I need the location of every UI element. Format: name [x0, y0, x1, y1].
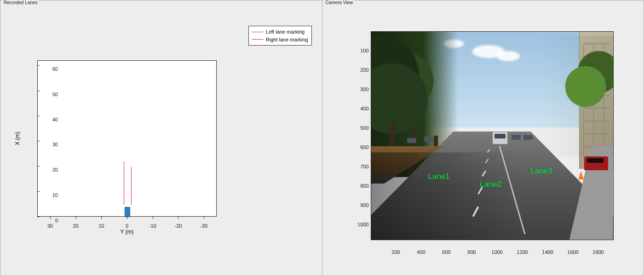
- cam-x-tick-label: 1600: [567, 249, 578, 255]
- x-tick-label: 10: [98, 223, 104, 229]
- cam-y-tick-label: 600: [352, 144, 369, 150]
- cam-x-tick-label: 400: [417, 249, 425, 255]
- legend-swatch-icon: [252, 32, 264, 32]
- y-tick-label: 50: [44, 92, 58, 99]
- legend-label-left: Left lane marking: [266, 28, 305, 36]
- distant-vehicle: [512, 135, 521, 140]
- cam-y-tick-label: 800: [352, 183, 369, 189]
- lane-overlay-label: Lane2: [480, 180, 501, 189]
- cam-y-tick-label: 500: [352, 125, 369, 131]
- cam-x-tick-label: 800: [467, 249, 476, 255]
- legend-item-left: Left lane marking: [252, 28, 308, 36]
- camera-image[interactable]: Lane1Lane2Lane3: [371, 31, 614, 240]
- lane-overlay-label: Lane1: [428, 172, 450, 181]
- x-axis-label: Y (m): [120, 229, 133, 235]
- cam-y-tick-label: 400: [352, 106, 369, 111]
- camera-axes: Lane1Lane2Lane3 100200300400500600700800…: [336, 26, 620, 256]
- y-axis-label: X (m): [14, 132, 21, 145]
- chart-legend: Left lane marking Right lane marking: [248, 26, 312, 46]
- y-tick-label: 20: [44, 167, 58, 174]
- distant-vehicle: [523, 135, 533, 140]
- legend-item-right: Right lane marking: [252, 36, 308, 44]
- lane-overlay-label: Lane3: [530, 167, 552, 176]
- trees-right: [540, 36, 613, 156]
- camera-view-panel: Camera View: [322, 0, 644, 276]
- cam-x-tick-label: 1200: [517, 249, 528, 255]
- ego-vehicle-icon: [125, 207, 130, 217]
- cam-y-tick-label: 1000: [352, 222, 369, 227]
- vehicle-ahead: [492, 132, 508, 144]
- cam-y-tick-label: 700: [352, 164, 369, 169]
- camera-view-title: Camera View: [324, 0, 355, 5]
- cam-y-tick-label: 100: [352, 48, 369, 53]
- cam-y-tick-label: 900: [352, 202, 369, 208]
- cam-x-tick-label: 600: [442, 249, 450, 255]
- cam-y-tick-label: 200: [352, 67, 369, 73]
- legend-swatch-icon: [252, 39, 264, 40]
- y-tick-label: 10: [44, 192, 58, 200]
- cam-y-tick-label: 300: [352, 86, 369, 92]
- recorded-lanes-title: Recorded Lanes: [2, 0, 39, 5]
- parked-red-car: [584, 156, 608, 170]
- lane-marking-line: [124, 161, 124, 204]
- recorded-lanes-panel: Recorded Lanes Left lane marking Right l…: [0, 0, 322, 276]
- x-tick-label: -30: [200, 223, 207, 229]
- cam-x-tick-label: 1400: [542, 249, 553, 255]
- x-tick-label: -10: [149, 223, 156, 229]
- cam-x-tick-label: 1800: [592, 249, 604, 255]
- parked-vehicle: [424, 137, 433, 142]
- x-tick-label: 30: [47, 223, 53, 229]
- parked-vehicle: [407, 138, 416, 143]
- lane-marking-line: [131, 167, 132, 204]
- lanes-chart: X (m) Y (m) 01020304050603020100-10-20-3…: [19, 56, 221, 221]
- plot-area[interactable]: [37, 60, 217, 217]
- x-tick-label: 20: [73, 223, 78, 229]
- x-tick-label: 0: [126, 223, 128, 229]
- x-tick-label: -20: [174, 223, 182, 229]
- traffic-cone-icon: [578, 171, 584, 179]
- legend-label-right: Right lane marking: [266, 36, 308, 44]
- tree-shadow: [371, 152, 517, 240]
- cam-x-tick-label: 1000: [491, 249, 502, 255]
- y-tick-label: 30: [44, 142, 58, 149]
- cam-x-tick-label: 200: [391, 249, 400, 255]
- y-tick-label: 40: [44, 117, 58, 124]
- y-tick-label: 60: [44, 66, 58, 74]
